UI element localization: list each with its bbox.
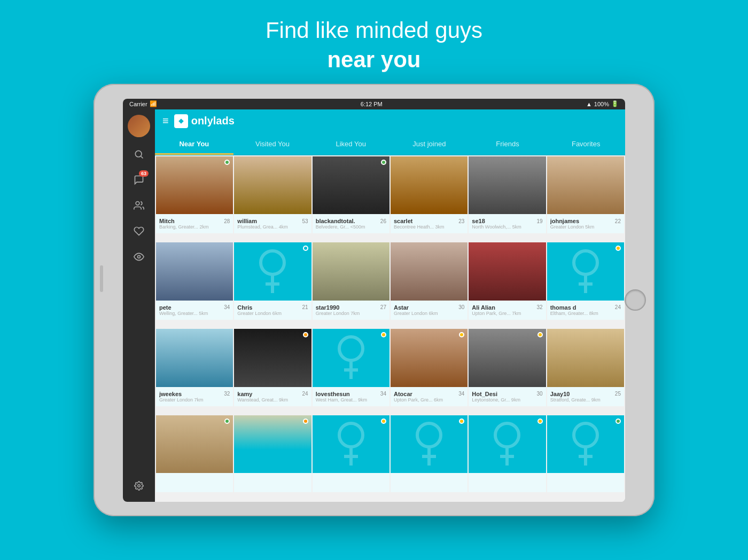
profile-location: Greater London 7km	[316, 311, 386, 316]
svg-point-3	[138, 255, 141, 258]
svg-line-1	[141, 156, 143, 159]
profile-name: Atocar	[394, 391, 412, 397]
profile-name: Mitch	[159, 218, 175, 224]
profiles-grid: Mitch28Barking, Greater... 2kmwilliam53P…	[155, 155, 625, 502]
battery-level: 100%	[594, 101, 609, 107]
online-indicator	[303, 419, 308, 424]
sidebar-item-favorites[interactable]	[128, 220, 150, 242]
profile-card[interactable]: lovesthesun34West Ham, Great... 9km	[313, 329, 389, 406]
online-indicator	[615, 419, 621, 424]
profile-card[interactable]: kamy24Wanstead, Great... 9km	[234, 329, 311, 406]
profile-card[interactable]: Atocar34Upton Park, Gre... 6km	[391, 329, 467, 406]
profile-location: Upton Park, Gre... 7km	[472, 311, 542, 316]
status-bar: Carrier 📶 6:12 PM ▲ 100% 🔋	[123, 99, 625, 109]
profile-location: Stratford, Greate... 9km	[550, 397, 621, 403]
profile-card[interactable]: scarlet23Becontree Heath... 3km	[391, 156, 467, 233]
profile-info: blackandtotal.26Belvedere, Gr... <500m	[313, 214, 389, 233]
profile-info: lovesthesun34West Ham, Great... 9km	[313, 387, 389, 406]
profile-card[interactable]: se1819North Woolwich,... 5km	[469, 156, 546, 233]
svg-point-21	[495, 423, 519, 447]
profile-info-partial	[234, 473, 311, 492]
user-avatar[interactable]	[128, 115, 150, 137]
profile-location: Greater London 6km	[237, 311, 308, 316]
profile-card[interactable]	[234, 415, 311, 492]
profile-location: Greater London 7km	[159, 397, 230, 403]
profile-age: 34	[380, 391, 386, 397]
profile-age: 34	[458, 391, 464, 397]
tab-near-you[interactable]: Near You	[155, 133, 233, 155]
profile-card[interactable]: Jaay1025Stratford, Greate... 9km	[547, 329, 624, 406]
profile-age: 26	[380, 218, 386, 224]
profile-card[interactable]	[391, 415, 467, 492]
online-indicator	[537, 419, 543, 424]
profile-location: Welling, Greater... 5km	[159, 311, 230, 316]
profile-age: 21	[302, 304, 308, 310]
status-bar-left: Carrier 📶	[129, 100, 157, 107]
profile-age: 22	[615, 218, 621, 224]
profile-card[interactable]: star199027Greater London 7km	[313, 242, 389, 319]
tab-friends[interactable]: Friends	[469, 133, 547, 155]
profile-card[interactable]: blackandtotal.26Belvedere, Gr... <500m	[313, 156, 389, 233]
profile-card[interactable]: jweekes32Greater London 7km	[156, 329, 233, 406]
profile-card[interactable]: Astar30Greater London 6km	[391, 242, 467, 319]
profile-info: Astar30Greater London 6km	[391, 301, 467, 320]
profile-info-partial	[469, 473, 546, 492]
profile-card[interactable]	[547, 415, 624, 492]
profile-card[interactable]: Ali Alian32Upton Park, Gre... 7km	[469, 242, 546, 319]
profile-name: Hot_Desi	[472, 391, 497, 397]
profile-location: Wanstead, Great... 9km	[237, 397, 308, 403]
profile-card[interactable]	[469, 415, 546, 492]
sidebar-item-views[interactable]	[128, 246, 150, 267]
profile-location: Greater London 5km	[550, 224, 621, 230]
profile-name: thomas d	[550, 304, 576, 311]
tabs-bar: Near YouVisited YouLiked YouJust joinedF…	[155, 133, 625, 155]
home-button[interactable]	[625, 289, 646, 311]
app-content: 63	[123, 109, 625, 502]
profile-location: Greater London 6km	[394, 311, 464, 316]
profile-age: 27	[380, 304, 386, 310]
headline-line1: Find like minded guys	[266, 18, 482, 43]
profile-name: johnjames	[550, 218, 579, 224]
profile-name: lovesthesun	[316, 391, 350, 397]
svg-point-2	[136, 201, 139, 205]
profile-info: Hot_Desi30Leytonstone, Gr... 9km	[469, 387, 546, 406]
profile-card[interactable]	[156, 415, 233, 492]
profile-name: william	[237, 218, 257, 224]
profile-card[interactable]: Hot_Desi30Leytonstone, Gr... 9km	[469, 329, 546, 406]
profile-card[interactable]: william53Plumstead, Grea... 4km	[234, 156, 311, 233]
profile-age: 24	[302, 391, 308, 397]
online-indicator	[224, 160, 230, 165]
svg-point-0	[135, 151, 142, 157]
tablet-device: Carrier 📶 6:12 PM ▲ 100% 🔋	[94, 84, 654, 516]
sidebar-item-people[interactable]	[128, 195, 150, 216]
profile-location: Upton Park, Gre... 6km	[394, 397, 464, 403]
profile-name: jweekes	[159, 391, 182, 397]
tab-visited-you[interactable]: Visited You	[233, 133, 312, 155]
hamburger-menu-button[interactable]: ≡	[162, 115, 169, 127]
profile-card[interactable]: thomas d24Eltham, Greater... 8km	[547, 242, 624, 319]
profile-info: kamy24Wanstead, Great... 9km	[234, 387, 311, 406]
profile-info: thomas d24Eltham, Greater... 8km	[547, 301, 624, 320]
tab-favorites[interactable]: Favorites	[547, 133, 625, 155]
tab-just-joined[interactable]: Just joined	[390, 133, 469, 155]
profile-location: West Ham, Great... 9km	[316, 397, 386, 403]
online-indicator	[303, 332, 308, 337]
profile-info: johnjames22Greater London 5km	[547, 214, 624, 233]
sidebar-item-search[interactable]	[128, 144, 150, 165]
profile-card[interactable]: Mitch28Barking, Greater... 2km	[156, 156, 233, 233]
sidebar-item-settings[interactable]	[128, 475, 150, 496]
profile-location: Belvedere, Gr... <500m	[316, 224, 386, 230]
tab-liked-you[interactable]: Liked You	[311, 133, 390, 155]
profile-card[interactable]	[313, 415, 389, 492]
profile-card[interactable]: Chris21Greater London 6km	[234, 242, 311, 319]
messages-badge: 63	[139, 170, 149, 177]
profile-info: scarlet23Becontree Heath... 3km	[391, 214, 467, 233]
profile-location: Plumstead, Grea... 4km	[237, 224, 308, 230]
profile-card[interactable]: johnjames22Greater London 5km	[547, 156, 624, 233]
profile-name: Ali Alian	[472, 304, 495, 311]
profile-card[interactable]: pete34Welling, Greater... 5km	[156, 242, 233, 319]
signal-icon: ▲	[586, 101, 592, 107]
profile-info: pete34Welling, Greater... 5km	[156, 301, 233, 320]
sidebar-item-messages[interactable]: 63	[128, 169, 150, 191]
profile-info: Chris21Greater London 6km	[234, 301, 311, 320]
